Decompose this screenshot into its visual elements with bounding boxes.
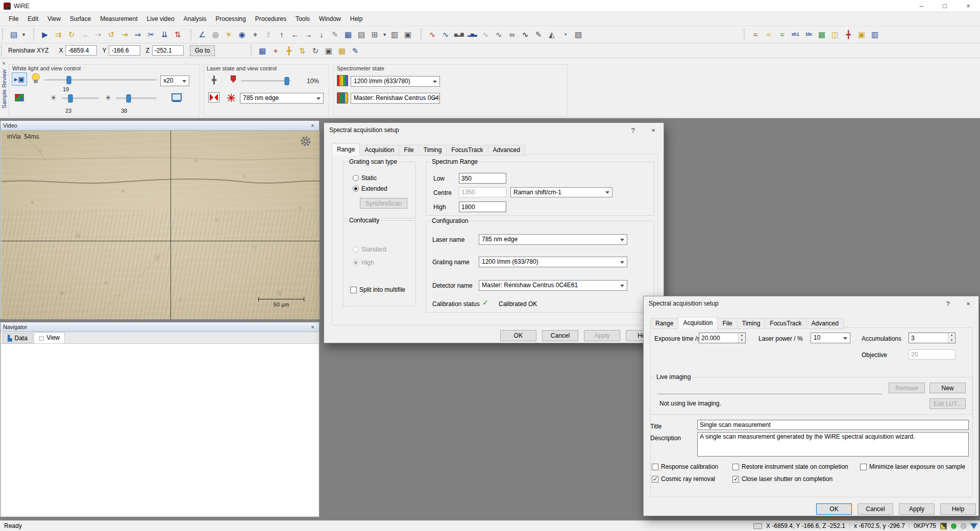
- laser-name-combo[interactable]: 785 nm edge: [479, 234, 627, 245]
- repeat-measurement-icon[interactable]: ↺: [105, 28, 118, 41]
- contrast-slider[interactable]: [116, 94, 157, 103]
- range-dialog-tab-range[interactable]: Range: [332, 143, 360, 156]
- slider-thumb[interactable]: [68, 94, 72, 103]
- slit-icon[interactable]: ◫: [828, 28, 842, 41]
- range-ok-button[interactable]: OK: [500, 330, 536, 341]
- spectrum-blue-icon[interactable]: ∿: [439, 28, 452, 41]
- laser-power-slider[interactable]: [241, 77, 291, 85]
- spectrum-locked-icon[interactable]: ∿: [492, 28, 505, 41]
- detector-combo[interactable]: Master: Renishaw Centrus 0C4E: [351, 93, 440, 104]
- laser-shutter-button[interactable]: [207, 91, 221, 105]
- dialog-help-icon[interactable]: ?: [938, 296, 958, 311]
- sample-review-label[interactable]: Sample Review: [1, 69, 7, 108]
- annotate-video-icon[interactable]: ✎: [349, 44, 362, 57]
- sample-review-dock-tab[interactable]: × Sample Review: [0, 60, 8, 117]
- move-left-icon[interactable]: ←: [288, 28, 302, 41]
- go-to-button[interactable]: Go to: [190, 45, 215, 56]
- menu-measurement[interactable]: Measurement: [95, 13, 142, 25]
- dialog-titlebar[interactable]: Spectral acquisition setup ? ×: [324, 123, 664, 137]
- high-input[interactable]: [459, 201, 506, 212]
- video-settings-gear-icon[interactable]: [300, 136, 311, 148]
- move-up-icon[interactable]: ↑: [275, 28, 288, 41]
- navigator-tab-view[interactable]: ▢View: [34, 332, 65, 343]
- new-measurement-icon[interactable]: ▤: [7, 28, 20, 41]
- range-cancel-button[interactable]: Cancel: [542, 330, 578, 341]
- sample-review-close-icon[interactable]: ×: [1, 61, 7, 67]
- reorder-queue-icon[interactable]: ⇅: [171, 28, 184, 41]
- cut-queue-icon[interactable]: ✂: [144, 28, 158, 41]
- stage-rotate-icon[interactable]: ↻: [309, 44, 322, 57]
- restore-instrument-state-checkbox[interactable]: Restore instrument state on completion: [732, 463, 848, 470]
- scale-x10-icon[interactable]: 10x: [802, 28, 815, 41]
- grid-view-icon[interactable]: ▤: [355, 28, 368, 41]
- range-dialog-tab-advanced[interactable]: Advanced: [488, 145, 525, 156]
- y-position-input[interactable]: [109, 45, 140, 56]
- dialog-titlebar[interactable]: Spectral acquisition setup ? ×: [644, 296, 978, 311]
- menu-view[interactable]: View: [43, 13, 65, 25]
- grating-name-combo[interactable]: 1200 l/mm (633/780): [479, 257, 627, 267]
- new-measurement-dropdown-icon[interactable]: ▾: [20, 28, 27, 41]
- objective-combo[interactable]: x20: [160, 75, 189, 86]
- exposure-time-input[interactable]: [699, 333, 738, 343]
- video-close-icon[interactable]: ×: [309, 122, 316, 129]
- menu-procedures[interactable]: Procedures: [251, 13, 291, 25]
- time-series-icon[interactable]: ◔: [558, 28, 572, 41]
- acquisition-cancel-button[interactable]: Cancel: [857, 503, 893, 515]
- laser-power-marker-icon[interactable]: [231, 75, 236, 83]
- angle-tool-icon[interactable]: ∠: [195, 28, 209, 41]
- navigator-panel-header[interactable]: Navigator ×: [1, 322, 319, 332]
- video-view-icon[interactable]: ▦: [341, 28, 355, 41]
- move-down-icon[interactable]: ↓: [315, 28, 328, 41]
- units-combo[interactable]: Raman shift/cm-1: [510, 187, 612, 197]
- slider-thumb[interactable]: [285, 77, 289, 85]
- edit-chart-icon[interactable]: ✎: [532, 28, 545, 41]
- map-review-icon[interactable]: ▦: [815, 28, 828, 41]
- detector-name-combo[interactable]: Master: Renishaw Centrus 0C4E61: [479, 280, 627, 291]
- table-view-icon[interactable]: ⊞: [368, 28, 381, 41]
- grating-combo[interactable]: 1200 l/mm (633/780): [351, 76, 440, 87]
- crosshair-tool-icon[interactable]: ⌖: [249, 28, 262, 41]
- acquisition-help-button[interactable]: Help: [940, 503, 976, 515]
- range-dialog-tab-focustrack[interactable]: FocusTrack: [446, 145, 488, 156]
- menu-file[interactable]: File: [4, 13, 23, 25]
- range-dialog-tab-acquisition[interactable]: Acquisition: [359, 145, 399, 156]
- toolbar-grip[interactable]: [1, 45, 4, 56]
- maximize-button[interactable]: □: [933, 0, 957, 12]
- menu-surface[interactable]: Surface: [65, 13, 95, 25]
- toolbar-grip[interactable]: [744, 29, 747, 40]
- menu-analysis[interactable]: Analysis: [179, 13, 211, 25]
- white-light-view-button[interactable]: ▸▣: [12, 72, 27, 86]
- sample-light-icon[interactable]: ☀: [222, 28, 235, 41]
- centre-input[interactable]: [459, 187, 506, 197]
- acquisition-dialog-tab-focustrack[interactable]: FocusTrack: [765, 318, 806, 329]
- live-imaging-field[interactable]: [657, 394, 882, 395]
- edit-lut-button[interactable]: Edit LUT...: [929, 398, 966, 409]
- menu-live-video[interactable]: Live video: [142, 13, 179, 25]
- menu-edit[interactable]: Edit: [23, 13, 43, 25]
- move-down-queue-icon[interactable]: ⇊: [158, 28, 171, 41]
- spectrum-red-icon[interactable]: ∿: [426, 28, 439, 41]
- description-textarea[interactable]: A single scan measurement generated by t…: [697, 432, 969, 457]
- menu-tools[interactable]: Tools: [291, 13, 314, 25]
- search-spectra-icon[interactable]: ∞: [505, 28, 519, 41]
- stage-map-icon[interactable]: ▣: [855, 28, 868, 41]
- laser-combo[interactable]: 785 nm edge: [240, 93, 324, 104]
- spectrum-dark-icon[interactable]: ∿: [519, 28, 532, 41]
- lens-tool-icon[interactable]: ◎: [209, 28, 222, 41]
- range-dialog-tab-timing[interactable]: Timing: [419, 145, 447, 156]
- minimize-laser-exposure-checkbox[interactable]: Minimize laser exposure on sample: [860, 463, 965, 470]
- spin-down-icon[interactable]: ▼: [739, 338, 745, 343]
- navigator-tab-data[interactable]: ▙Data: [3, 333, 33, 343]
- acquisition-dialog-tab-range[interactable]: Range: [650, 318, 678, 329]
- toolbar-grip[interactable]: [33, 29, 36, 40]
- table-view-dropdown-icon[interactable]: ▾: [381, 28, 388, 41]
- page-up-icon[interactable]: ⇧: [262, 28, 275, 41]
- new-live-imaging-button[interactable]: New: [929, 383, 966, 393]
- toolbar-grip[interactable]: [251, 45, 254, 56]
- continue-queue-icon[interactable]: ⇥: [118, 28, 131, 41]
- acquisition-dialog-tab-file[interactable]: File: [717, 318, 737, 329]
- range-measurement-icon[interactable]: ⇒: [131, 28, 144, 41]
- synchroscan-button[interactable]: SynchroScan: [360, 198, 407, 209]
- live-video-view[interactable]: inVia 54ms 50 µm: [1, 131, 320, 319]
- static-radio[interactable]: Static: [353, 174, 377, 182]
